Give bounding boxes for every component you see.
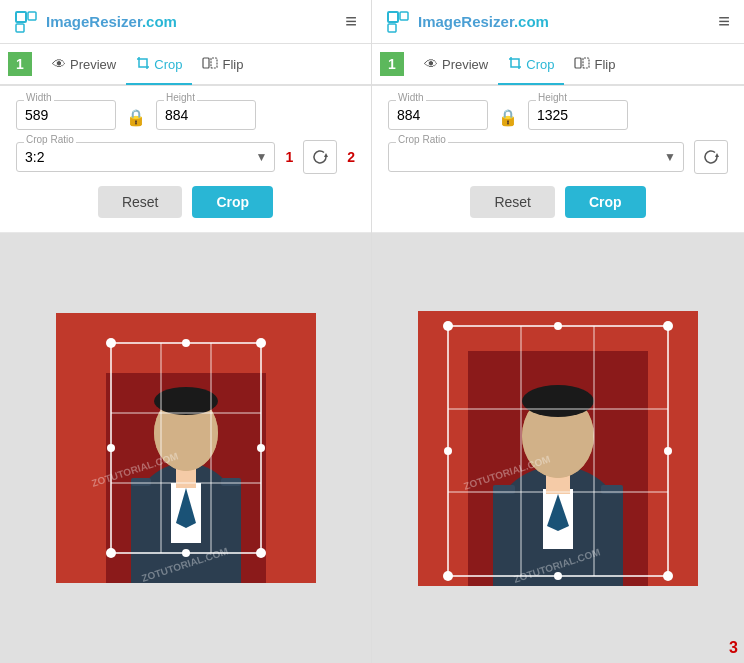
left-ratio-select[interactable]: 3:2 1:1 4:3 16:9 Free	[16, 142, 275, 172]
left-width-group: Width	[16, 100, 116, 130]
left-logo-text: ImageResizer.com	[46, 13, 177, 30]
right-tab-preview[interactable]: 👁 Preview	[414, 46, 498, 84]
svg-point-61	[554, 572, 562, 580]
svg-point-15	[154, 387, 218, 415]
right-lock-icon: 🔒	[498, 108, 518, 127]
svg-rect-17	[221, 478, 241, 486]
left-image-area: ZOTUTORIAL.COM ZOTUTORIAL.COM	[0, 233, 371, 663]
right-width-group: Width	[388, 100, 488, 130]
right-tab-crop[interactable]: Crop	[498, 46, 564, 85]
left-header: ImageResizer.com ≡	[0, 0, 371, 44]
left-tab-crop-label: Crop	[154, 57, 182, 72]
svg-point-56	[443, 321, 453, 331]
left-width-input[interactable]	[16, 100, 116, 130]
right-person-image: ZOTUTORIAL.COM ZOTUTORIAL.COM	[418, 311, 698, 586]
left-tab-preview-label: Preview	[70, 57, 116, 72]
svg-point-48	[522, 385, 594, 417]
left-annotation-2: 2	[347, 149, 355, 165]
right-width-input[interactable]	[388, 100, 488, 130]
svg-point-23	[106, 338, 116, 348]
svg-point-30	[257, 444, 265, 452]
left-tab-crop[interactable]: Crop	[126, 46, 192, 85]
svg-marker-5	[324, 153, 328, 157]
left-preview-icon: 👁	[52, 56, 66, 72]
svg-point-27	[182, 339, 190, 347]
right-flip-icon	[574, 56, 590, 73]
svg-point-57	[663, 321, 673, 331]
right-height-label: Height	[536, 92, 569, 103]
left-height-input[interactable]	[156, 100, 256, 130]
left-rotate-button[interactable]	[303, 140, 337, 174]
right-ratio-select[interactable]: 3:2 1:1 4:3 16:9 Free	[388, 142, 684, 172]
svg-point-25	[106, 548, 116, 558]
svg-point-28	[182, 549, 190, 557]
left-step-badge: 1	[8, 52, 32, 76]
left-crop-icon	[136, 56, 150, 73]
right-panel: ImageResizer.com ≡ 1 👁 Preview Crop	[372, 0, 744, 663]
right-ratio-label: Crop Ratio	[396, 134, 448, 145]
right-crop-icon	[508, 56, 522, 73]
left-annotation-1: 1	[285, 149, 293, 165]
left-tab-flip[interactable]: Flip	[192, 46, 253, 85]
right-height-group: Height	[528, 100, 628, 130]
right-step-badge: 1	[380, 52, 404, 76]
svg-point-24	[256, 338, 266, 348]
svg-point-60	[554, 322, 562, 330]
right-image-area: ZOTUTORIAL.COM ZOTUTORIAL.COM 3	[372, 233, 744, 663]
svg-rect-35	[388, 24, 396, 32]
left-tab-preview[interactable]: 👁 Preview	[42, 46, 126, 84]
svg-point-62	[444, 447, 452, 455]
svg-point-59	[663, 571, 673, 581]
right-reset-button[interactable]: Reset	[470, 186, 555, 218]
right-tab-preview-label: Preview	[442, 57, 488, 72]
left-flip-icon	[202, 56, 218, 73]
right-rotate-button[interactable]	[694, 140, 728, 174]
left-logo-icon	[14, 10, 38, 34]
left-lock-icon: 🔒	[126, 108, 146, 127]
svg-point-26	[256, 548, 266, 558]
svg-rect-37	[583, 58, 589, 68]
left-panel: ImageResizer.com ≡ 1 👁 Preview Crop	[0, 0, 372, 663]
right-height-input[interactable]	[528, 100, 628, 130]
left-ratio-label: Crop Ratio	[24, 134, 76, 145]
right-tab-flip[interactable]: Flip	[564, 46, 625, 85]
right-toolbar: 1 👁 Preview Crop	[372, 44, 744, 86]
right-ratio-row: Crop Ratio 3:2 1:1 4:3 16:9 Free ▼	[388, 140, 728, 174]
left-logo-area: ImageResizer.com	[14, 10, 177, 34]
right-hamburger-icon[interactable]: ≡	[718, 10, 730, 33]
right-logo-area: ImageResizer.com	[386, 10, 549, 34]
right-rotate-icon	[702, 148, 720, 166]
left-controls: Width 🔒 Height Crop Ratio 3:2 1:1 4:3 16	[0, 86, 371, 233]
right-ratio-group: Crop Ratio 3:2 1:1 4:3 16:9 Free ▼	[388, 142, 684, 172]
svg-point-58	[443, 571, 453, 581]
left-rotate-icon	[311, 148, 329, 166]
right-header: ImageResizer.com ≡	[372, 0, 744, 44]
svg-rect-3	[203, 58, 209, 68]
right-logo-text: ImageResizer.com	[418, 13, 549, 30]
svg-point-29	[107, 444, 115, 452]
right-btn-row: Reset Crop	[388, 186, 728, 218]
svg-point-63	[664, 447, 672, 455]
right-tab-flip-label: Flip	[594, 57, 615, 72]
svg-rect-1	[28, 12, 36, 20]
svg-rect-4	[211, 58, 217, 68]
left-input-row: Width 🔒 Height	[16, 100, 355, 130]
right-tab-crop-label: Crop	[526, 57, 554, 72]
svg-rect-50	[601, 485, 623, 494]
left-height-label: Height	[164, 92, 197, 103]
right-crop-button[interactable]: Crop	[565, 186, 646, 218]
svg-rect-33	[388, 12, 398, 22]
left-ratio-group: Crop Ratio 3:2 1:1 4:3 16:9 Free ▼	[16, 142, 275, 172]
right-width-label: Width	[396, 92, 426, 103]
left-crop-button[interactable]: Crop	[192, 186, 273, 218]
left-tab-flip-label: Flip	[222, 57, 243, 72]
right-corner-badge: 3	[729, 639, 738, 657]
svg-rect-49	[493, 485, 515, 494]
svg-rect-2	[16, 24, 24, 32]
left-height-group: Height	[156, 100, 256, 130]
left-hamburger-icon[interactable]: ≡	[345, 10, 357, 33]
svg-rect-0	[16, 12, 26, 22]
right-logo-icon	[386, 10, 410, 34]
left-reset-button[interactable]: Reset	[98, 186, 183, 218]
svg-rect-36	[575, 58, 581, 68]
